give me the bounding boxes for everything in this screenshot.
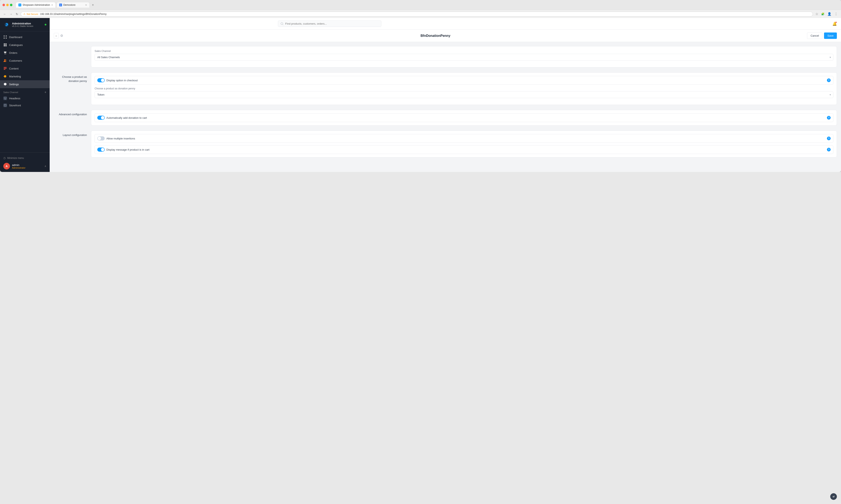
product-select-wrapper: Token bbox=[94, 91, 833, 98]
svg-rect-5 bbox=[5, 43, 6, 45]
product-field-label: Choose a product as donation penny bbox=[94, 87, 833, 90]
new-tab-button[interactable]: + bbox=[90, 2, 95, 7]
browser-actions: ☆ 🧩 👤 ⋮ bbox=[815, 11, 839, 17]
browser-addressbar: ← → ↻ ⚠ Not Secure 192.168.33.10/admin#/… bbox=[0, 10, 841, 18]
refresh-button[interactable]: ↻ bbox=[15, 12, 19, 17]
header-right: 🔔 bbox=[832, 21, 837, 26]
svg-rect-4 bbox=[4, 43, 5, 45]
sidebar-item-marketing[interactable]: Marketing bbox=[0, 72, 50, 80]
svg-point-2 bbox=[4, 38, 5, 39]
svg-point-1 bbox=[6, 36, 7, 37]
notification-bell[interactable]: 🔔 bbox=[832, 21, 837, 26]
svg-point-11 bbox=[5, 59, 6, 60]
sidebar-item-dashboard[interactable]: Dashboard bbox=[0, 33, 50, 41]
extensions-button[interactable]: 🧩 bbox=[820, 12, 825, 16]
svg-rect-7 bbox=[5, 45, 6, 46]
sales-channel-section-label bbox=[54, 46, 87, 68]
cancel-button[interactable]: Cancel bbox=[807, 33, 822, 39]
sidebar-item-catalogues[interactable]: Catalogues bbox=[0, 41, 50, 49]
layout-config-label: Layout configuration bbox=[54, 130, 87, 158]
display-checkout-toggle[interactable] bbox=[97, 78, 105, 82]
sidebar-brand-name: Administration bbox=[12, 22, 43, 25]
sales-channel-select[interactable]: All Sales Channels Headless Storefront bbox=[94, 54, 833, 60]
tab-shopware-favicon: S bbox=[18, 3, 21, 6]
sidebar-item-storefront-label: Storefront bbox=[9, 104, 21, 107]
forward-button[interactable]: → bbox=[9, 12, 13, 17]
page-title: BfnDonationPenny bbox=[67, 34, 805, 38]
app-layout: Administration v6.3.4.1 Stable Version D… bbox=[0, 18, 841, 172]
display-checkout-right: ? bbox=[827, 78, 831, 82]
user-avatar: A bbox=[3, 163, 10, 169]
sidebar-item-customers-label: Customers bbox=[9, 59, 22, 62]
donation-penny-section-label: Choose a product as donation penny bbox=[54, 72, 87, 105]
sidebar-item-settings-label: Settings bbox=[9, 83, 19, 86]
display-message-toggle[interactable] bbox=[97, 147, 105, 152]
display-checkout-help-icon[interactable]: ? bbox=[827, 78, 831, 82]
sales-channel-section: Sales Channel + bbox=[0, 88, 50, 95]
tab-shopware-close[interactable]: × bbox=[51, 3, 53, 6]
page-settings-button[interactable]: ⚙ bbox=[59, 33, 64, 38]
customers-icon bbox=[3, 59, 7, 62]
user-expand-button[interactable]: ∧ bbox=[44, 165, 46, 167]
search-input[interactable] bbox=[285, 22, 379, 25]
sidebar-brand-version: v6.3.4.1 Stable Version bbox=[12, 25, 43, 27]
layout-config-section: Layout configuration Allow multiple inse… bbox=[54, 130, 837, 158]
catalogues-icon bbox=[3, 43, 7, 47]
sales-channel-section: Sales Channel All Sales Channels Headles… bbox=[54, 46, 837, 68]
allow-multiple-text: Allow multiple insertions bbox=[106, 137, 135, 140]
auto-add-toggle[interactable] bbox=[97, 116, 105, 120]
sidebar-navigation: Dashboard Catalogues Orders bbox=[0, 32, 50, 152]
maximize-window-btn[interactable] bbox=[10, 4, 13, 6]
product-select[interactable]: Token bbox=[94, 91, 833, 98]
sales-channel-label: Sales Channel bbox=[3, 91, 18, 93]
svg-rect-12 bbox=[4, 67, 6, 68]
tab-demostore-close[interactable]: × bbox=[85, 3, 87, 6]
save-button[interactable]: Save bbox=[824, 33, 837, 39]
sidebar-item-settings[interactable]: Settings bbox=[0, 80, 50, 88]
display-message-help-icon[interactable]: ? bbox=[827, 148, 831, 151]
tab-shopware[interactable]: S Shopware Administration × bbox=[16, 2, 56, 8]
tab-shopware-label: Shopware Administration bbox=[22, 3, 50, 6]
display-message-text: Display message if product is in cart bbox=[106, 148, 149, 151]
main-header: 🔔 bbox=[50, 18, 841, 30]
allow-multiple-row: Allow multiple insertions ? bbox=[94, 134, 833, 143]
display-message-label: Display message if product is in cart bbox=[97, 147, 149, 152]
sidebar-item-customers[interactable]: Customers bbox=[0, 57, 50, 65]
menu-button[interactable]: ⋮ bbox=[834, 11, 839, 17]
page-header-bar: ‹ ⚙ BfnDonationPenny Cancel Save bbox=[50, 30, 841, 42]
sidebar-item-marketing-label: Marketing bbox=[9, 75, 21, 78]
auto-add-slider bbox=[97, 116, 105, 120]
address-bar[interactable]: ⚠ Not Secure 192.168.33.10/admin#/sw/plu… bbox=[21, 12, 813, 17]
content-icon bbox=[3, 67, 7, 70]
close-window-btn[interactable] bbox=[2, 4, 5, 6]
minimize-window-btn[interactable] bbox=[6, 4, 9, 6]
sales-channel-select-wrapper: All Sales Channels Headless Storefront bbox=[94, 54, 833, 60]
allow-multiple-help-icon[interactable]: ? bbox=[827, 137, 831, 140]
bookmark-button[interactable]: ☆ bbox=[815, 11, 819, 17]
sidebar-item-dashboard-label: Dashboard bbox=[9, 36, 22, 39]
page-actions: Cancel Save bbox=[807, 33, 837, 39]
sidebar-item-headless[interactable]: Headless bbox=[0, 95, 50, 102]
allow-multiple-toggle[interactable] bbox=[97, 136, 105, 141]
user-name: admin bbox=[12, 163, 42, 166]
svg-point-9 bbox=[5, 54, 6, 54]
sidebar: Administration v6.3.4.1 Stable Version D… bbox=[0, 18, 50, 172]
sidebar-item-orders[interactable]: Orders bbox=[0, 49, 50, 57]
tab-demostore[interactable]: G Demostore × bbox=[56, 2, 90, 8]
sidebar-item-storefront[interactable]: Storefront bbox=[0, 102, 50, 109]
back-page-button[interactable]: ‹ bbox=[54, 33, 58, 38]
page-nav-buttons: ‹ ⚙ bbox=[54, 33, 64, 38]
browser-window: S Shopware Administration × G Demostore … bbox=[0, 0, 841, 172]
search-bar[interactable] bbox=[278, 20, 381, 27]
add-sales-channel-button[interactable]: + bbox=[44, 91, 46, 94]
search-icon bbox=[281, 22, 284, 25]
auto-add-help-icon[interactable]: ? bbox=[827, 116, 831, 120]
svg-rect-17 bbox=[5, 99, 5, 99]
sidebar-item-content[interactable]: Content bbox=[0, 65, 50, 72]
back-button[interactable]: ← bbox=[2, 12, 7, 17]
svg-rect-16 bbox=[4, 97, 6, 99]
advanced-config-label: Advanced configuration bbox=[54, 110, 87, 126]
sales-channel-field-label: Sales Channel bbox=[94, 50, 833, 53]
minimize-menu-button[interactable]: ◷ Minimize menu bbox=[3, 155, 46, 161]
profile-button[interactable]: 👤 bbox=[826, 11, 832, 17]
